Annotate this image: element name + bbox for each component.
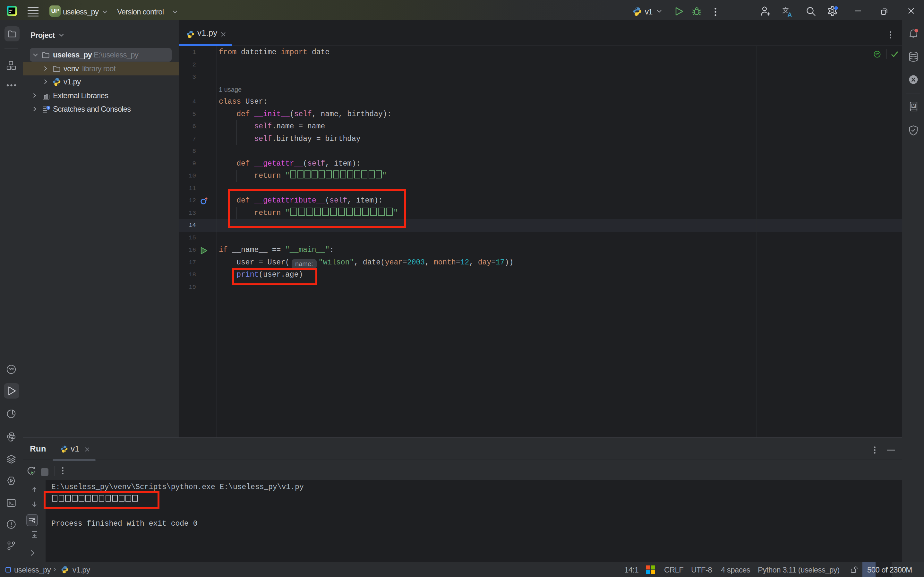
svg-text:A: A xyxy=(913,104,915,108)
svg-text:PC: PC xyxy=(9,9,13,12)
svg-text:A: A xyxy=(788,11,792,17)
